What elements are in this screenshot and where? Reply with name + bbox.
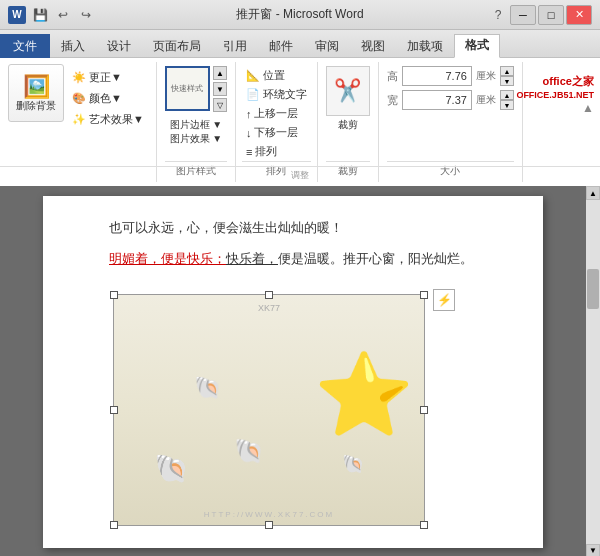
- group-size: 高 厘米 ▲ ▼ 宽 厘米 ▲ ▼ office之家: [379, 62, 523, 182]
- vertical-scrollbar[interactable]: ▲ ▼: [586, 186, 600, 556]
- height-input[interactable]: [402, 66, 472, 86]
- handle-bottom-left[interactable]: [110, 521, 118, 529]
- correct-button[interactable]: ☀️ 更正▼: [68, 68, 148, 87]
- group-arrange: 📐位置 📄环绕文字 ↑上移一层 ↓下移一层 ≡排列 排列: [236, 62, 318, 182]
- color-icon: 🎨: [72, 92, 86, 105]
- title-bar: W 💾 ↩ ↪ 推开窗 - Microsoft Word ? ─ □ ✕: [0, 0, 600, 30]
- adjust-small-buttons: ☀️ 更正▼ 🎨 颜色▼ ✨ 艺术效果▼: [68, 68, 148, 129]
- wrap-icon: 📄: [246, 88, 260, 101]
- scroll-up-button[interactable]: ▲: [586, 186, 600, 200]
- scroll-track[interactable]: [586, 200, 600, 544]
- crop-label: 裁剪: [338, 118, 358, 132]
- underline-text: 快乐着，: [226, 251, 278, 266]
- send-icon: ↓: [246, 127, 252, 139]
- remove-background-label: 删除背景: [16, 100, 56, 112]
- tab-view[interactable]: 视图: [350, 34, 396, 58]
- save-button[interactable]: 💾: [30, 5, 50, 25]
- layout-options-button[interactable]: ⚡: [433, 289, 455, 311]
- width-label: 宽: [387, 93, 398, 108]
- title-bar-left: W 💾 ↩ ↪: [8, 5, 96, 25]
- width-input[interactable]: [402, 90, 472, 110]
- group-picture-styles: 快速样式 ▲ ▼ ▽ 图片边框 ▼ 图片效果 ▼ 图片样式: [157, 62, 236, 182]
- red-text-1: 明媚着，便是快乐；: [109, 251, 226, 266]
- close-button[interactable]: ✕: [566, 5, 592, 25]
- starfish-image: ⭐: [314, 355, 394, 435]
- height-unit: 厘米: [476, 69, 496, 83]
- handle-top-right[interactable]: [420, 291, 428, 299]
- height-up[interactable]: ▲: [500, 66, 514, 76]
- help-button[interactable]: ?: [488, 5, 508, 25]
- crop-icon: ✂️: [334, 78, 361, 104]
- handle-middle-left[interactable]: [110, 406, 118, 414]
- height-row: 高 厘米 ▲ ▼: [387, 66, 514, 86]
- position-button[interactable]: 📐位置: [242, 66, 311, 85]
- handle-bottom-middle[interactable]: [265, 521, 273, 529]
- scroll-down-button[interactable]: ▼: [586, 544, 600, 556]
- artistic-effects-button[interactable]: ✨ 艺术效果▼: [68, 110, 148, 129]
- send-back-button[interactable]: ↓下移一层: [242, 123, 311, 142]
- width-down[interactable]: ▼: [500, 100, 514, 110]
- doc-line1: 也可以永远，心，便会滋生出灿灿的暖！: [83, 216, 503, 239]
- image-wrapper: XK77 ⭐ 🐚 🐚 🐚 🐚 HTTP://WWW.XK77.COM: [113, 289, 425, 528]
- picture-border-button[interactable]: 图片边框 ▼: [170, 118, 223, 132]
- ribbon-content: 🖼️ 删除背景 ☀️ 更正▼ 🎨 颜色▼ ✨ 艺术效果▼ 调整: [0, 58, 600, 186]
- color-label: 颜色▼: [89, 91, 122, 106]
- handle-top-left[interactable]: [110, 291, 118, 299]
- remove-background-button[interactable]: 🖼️ 删除背景: [8, 64, 64, 122]
- artistic-label: 艺术效果▼: [89, 112, 144, 127]
- scroll-thumb[interactable]: [587, 269, 599, 309]
- ribbon-collapse-button[interactable]: ▲: [582, 101, 594, 115]
- align-button[interactable]: ≡排列: [242, 142, 311, 161]
- ribbon: 文件 插入 设计 页面布局 引用 邮件 审阅 视图 加载项 格式 🖼️ 删除背景…: [0, 30, 600, 186]
- align-icon: ≡: [246, 146, 252, 158]
- color-button[interactable]: 🎨 颜色▼: [68, 89, 148, 108]
- position-icon: 📐: [246, 69, 260, 82]
- tab-mailings[interactable]: 邮件: [258, 34, 304, 58]
- shell-1: 🐚: [154, 452, 189, 485]
- undo-button[interactable]: ↩: [53, 5, 73, 25]
- adjust-group-label: 调整: [0, 166, 600, 182]
- handle-top-middle[interactable]: [265, 291, 273, 299]
- office-watermark: office之家 OFFICE.JB51.NET: [516, 74, 594, 102]
- styles-preview-label: 快速样式: [171, 83, 203, 94]
- styles-down-button[interactable]: ▼: [213, 82, 227, 96]
- bring-forward-button[interactable]: ↑上移一层: [242, 104, 311, 123]
- height-down[interactable]: ▼: [500, 76, 514, 86]
- group-adjust: 🖼️ 删除背景 ☀️ 更正▼ 🎨 颜色▼ ✨ 艺术效果▼ 调整: [0, 62, 157, 182]
- minimize-button[interactable]: ─: [510, 5, 536, 25]
- styles-up-button[interactable]: ▲: [213, 66, 227, 80]
- ribbon-tabs: 文件 插入 设计 页面布局 引用 邮件 审阅 视图 加载项 格式: [0, 30, 600, 58]
- width-unit: 厘米: [476, 93, 496, 107]
- tab-addins[interactable]: 加载项: [396, 34, 454, 58]
- handle-middle-right[interactable]: [420, 406, 428, 414]
- wrap-text-button[interactable]: 📄环绕文字: [242, 85, 311, 104]
- width-spinner[interactable]: ▲ ▼: [500, 90, 514, 110]
- tab-insert[interactable]: 插入: [50, 34, 96, 58]
- tab-file[interactable]: 文件: [0, 34, 50, 58]
- document-image: XK77 ⭐ 🐚 🐚 🐚 🐚 HTTP://WWW.XK77.COM: [114, 295, 424, 525]
- tab-review[interactable]: 审阅: [304, 34, 350, 58]
- tab-references[interactable]: 引用: [212, 34, 258, 58]
- maximize-button[interactable]: □: [538, 5, 564, 25]
- height-label: 高: [387, 69, 398, 84]
- tab-format[interactable]: 格式: [454, 34, 500, 58]
- handle-bottom-right[interactable]: [420, 521, 428, 529]
- shell-3: 🐚: [342, 453, 364, 475]
- crop-button[interactable]: ✂️: [326, 66, 370, 116]
- picture-effects-button[interactable]: 图片效果 ▼: [170, 132, 223, 146]
- window-title: 推开窗 - Microsoft Word: [236, 6, 363, 23]
- sun-icon: ☀️: [72, 71, 86, 84]
- redo-button[interactable]: ↪: [76, 5, 96, 25]
- image-container[interactable]: XK77 ⭐ 🐚 🐚 🐚 🐚 HTTP://WWW.XK77.COM: [113, 294, 425, 526]
- width-up[interactable]: ▲: [500, 90, 514, 100]
- quick-access-toolbar: 💾 ↩ ↪: [30, 5, 96, 25]
- doc-line2: 明媚着，便是快乐；快乐着，便是温暖。推开心窗，阳光灿烂。: [83, 247, 503, 270]
- height-spinner[interactable]: ▲ ▼: [500, 66, 514, 86]
- tab-design[interactable]: 设计: [96, 34, 142, 58]
- group-crop: ✂️ 裁剪 裁剪: [318, 62, 379, 182]
- shell-2: 🐚: [194, 375, 221, 401]
- effects-icon: ✨: [72, 113, 86, 126]
- styles-expand-button[interactable]: ▽: [213, 98, 227, 112]
- tab-layout[interactable]: 页面布局: [142, 34, 212, 58]
- quick-styles-button[interactable]: 快速样式: [165, 66, 210, 111]
